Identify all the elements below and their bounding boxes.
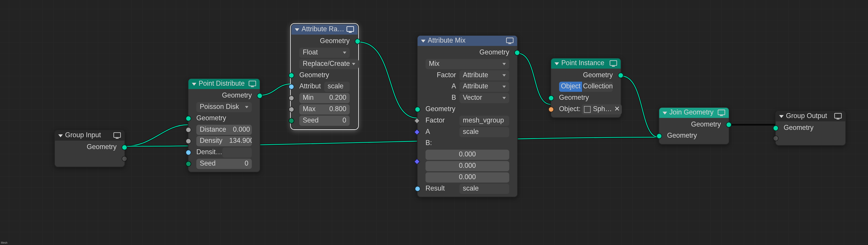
- distance-input[interactable]: Distance0.000: [196, 125, 252, 135]
- socket-in-geometry: Geometry: [417, 104, 517, 115]
- chevron-down-icon: [502, 63, 506, 65]
- svg-rect-11: [720, 115, 723, 116]
- node-title: Group Input: [65, 132, 113, 139]
- socket-handle[interactable]: [288, 107, 294, 112]
- preview-icon[interactable]: [346, 26, 354, 33]
- collapse-icon[interactable]: [192, 83, 196, 85]
- factor-mode-dropdown[interactable]: Attribute: [459, 70, 509, 81]
- socket-handle[interactable]: [122, 156, 127, 162]
- b-y-input[interactable]: 0.000: [426, 161, 509, 171]
- collapse-icon[interactable]: [555, 62, 559, 65]
- operation-dropdown[interactable]: Replace/Create: [299, 59, 359, 69]
- socket-handle[interactable]: [726, 122, 732, 128]
- socket-handle[interactable]: [656, 133, 662, 139]
- attribute-input[interactable]: scale: [324, 82, 350, 92]
- instance-type-segment[interactable]: Object Collection: [559, 82, 613, 92]
- node-header[interactable]: Point Distribute: [188, 79, 260, 89]
- node-header[interactable]: Group Input: [55, 130, 124, 141]
- max-input[interactable]: Max0.800: [299, 104, 350, 115]
- socket-handle[interactable]: [414, 129, 420, 135]
- collapse-icon[interactable]: [663, 111, 667, 114]
- chevron-down-icon: [502, 97, 506, 99]
- density-attr-input[interactable]: [222, 147, 252, 158]
- preview-icon[interactable]: [834, 113, 842, 119]
- b-x-input[interactable]: 0.000: [426, 150, 509, 160]
- preview-icon[interactable]: [610, 60, 618, 67]
- socket-handle[interactable]: [414, 117, 420, 124]
- node-title: Attribute Mix: [428, 37, 506, 45]
- svg-rect-5: [349, 32, 351, 33]
- result-input[interactable]: scale: [459, 184, 509, 194]
- node-attribute-mix[interactable]: Attribute Mix Geometry Mix Factor Attrib…: [417, 35, 518, 197]
- node-title: Point Distribute: [198, 80, 249, 88]
- preview-icon[interactable]: [506, 37, 514, 44]
- chevron-down-icon: [502, 86, 506, 88]
- socket-handle[interactable]: [288, 118, 294, 124]
- a-mode-dropdown[interactable]: Attribute: [459, 82, 509, 92]
- socket-handle[interactable]: [548, 107, 554, 112]
- collapse-icon[interactable]: [421, 39, 426, 43]
- socket-handle[interactable]: [415, 107, 421, 112]
- node-header[interactable]: Attribute Mix: [417, 36, 517, 46]
- node-header[interactable]: Group Output: [776, 111, 845, 121]
- seed-input[interactable]: Seed0: [196, 159, 252, 169]
- socket-handle[interactable]: [618, 73, 623, 78]
- b-z-input[interactable]: 0.000: [426, 172, 509, 183]
- svg-rect-1: [116, 138, 119, 139]
- factor-attr-input[interactable]: mesh_vgroup: [459, 116, 509, 126]
- socket-handle[interactable]: [185, 116, 191, 121]
- socket-handle[interactable]: [185, 127, 191, 133]
- socket-handle[interactable]: [185, 161, 191, 167]
- preview-icon[interactable]: [717, 109, 725, 116]
- socket-handle[interactable]: [515, 50, 520, 56]
- svg-rect-13: [837, 119, 839, 119]
- blend-dropdown[interactable]: Mix: [426, 59, 509, 69]
- min-input[interactable]: Min0.200: [299, 93, 350, 103]
- socket-handle[interactable]: [773, 135, 778, 141]
- socket-in-b: B:: [417, 138, 517, 149]
- node-attribute-randomize[interactable]: Attribute Random… Geometry Float Replace…: [291, 24, 358, 129]
- socket-handle[interactable]: [773, 126, 778, 131]
- socket-handle[interactable]: [288, 73, 294, 78]
- segment-collection[interactable]: Collection: [582, 82, 613, 92]
- socket-handle[interactable]: [257, 93, 262, 99]
- socket-handle[interactable]: [185, 138, 191, 144]
- b-mode-dropdown[interactable]: Vector: [459, 93, 509, 103]
- clear-icon[interactable]: ✕: [614, 106, 620, 113]
- node-header[interactable]: Attribute Random…: [291, 24, 358, 34]
- socket-handle[interactable]: [288, 95, 294, 101]
- svg-rect-3: [251, 86, 254, 87]
- preview-icon[interactable]: [113, 132, 121, 139]
- socket-in-geometry: Geometry: [551, 92, 621, 104]
- socket-handle[interactable]: [548, 95, 554, 101]
- node-point-instance[interactable]: Point Instance Geometry Object Collectio…: [551, 58, 621, 118]
- socket-handle[interactable]: [415, 186, 421, 191]
- node-header[interactable]: Join Geometry: [659, 108, 729, 118]
- method-dropdown[interactable]: Poisson Disk: [196, 102, 252, 112]
- collapse-icon[interactable]: [58, 134, 63, 137]
- collapse-icon[interactable]: [295, 28, 299, 31]
- node-header[interactable]: Point Instance: [551, 58, 621, 69]
- node-join-geometry[interactable]: Join Geometry Geometry Geometry: [659, 107, 730, 144]
- socket-handle[interactable]: [185, 150, 191, 155]
- socket-handle[interactable]: [288, 84, 294, 89]
- collapse-icon[interactable]: [779, 115, 784, 118]
- object-data-icon: [584, 106, 591, 113]
- socket-in-geometry: Geometry: [659, 130, 729, 142]
- socket-handle[interactable]: [355, 38, 360, 44]
- chevron-down-icon: [245, 106, 248, 108]
- preview-icon[interactable]: [248, 81, 256, 87]
- object-picker[interactable]: Sph… ✕: [582, 104, 622, 115]
- socket-out-geometry: Geometry: [188, 90, 260, 102]
- socket-handle[interactable]: [122, 144, 127, 150]
- density-input[interactable]: Density134.900: [196, 136, 252, 146]
- node-group-input[interactable]: Group Input Geometry: [54, 130, 125, 167]
- socket-out-geometry: Geometry: [659, 119, 729, 131]
- datatype-dropdown[interactable]: Float: [299, 48, 350, 58]
- segment-object[interactable]: Object: [559, 82, 583, 92]
- seed-input[interactable]: Seed0: [299, 116, 350, 126]
- node-point-distribute[interactable]: Point Distribute Geometry Poisson Disk G…: [188, 78, 260, 172]
- node-title: Attribute Random…: [302, 26, 346, 33]
- a-attr-input[interactable]: scale: [459, 127, 509, 137]
- node-group-output[interactable]: Group Output Geometry: [775, 110, 846, 146]
